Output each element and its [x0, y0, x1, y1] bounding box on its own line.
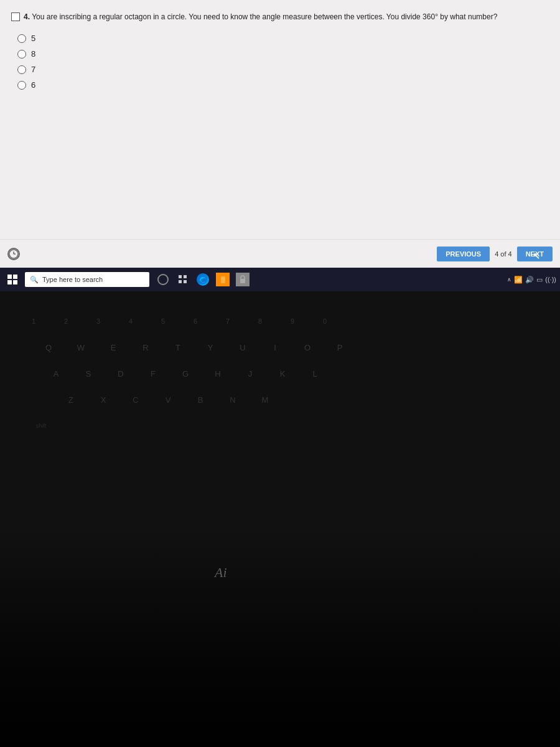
key-2: 2 [51, 310, 81, 332]
option-item-3[interactable]: 7 [17, 65, 549, 74]
svg-rect-5 [221, 276, 225, 283]
key-b: B [185, 388, 215, 411]
edge-button[interactable] [195, 272, 210, 287]
wifi-icon[interactable]: ((·)) [545, 276, 556, 283]
footer-right: PREVIOUS 4 of 4 NEXT ↖ [437, 247, 553, 261]
radio-8[interactable] [17, 50, 26, 59]
option-item-1[interactable]: 5 [17, 34, 549, 43]
start-button[interactable] [4, 271, 21, 288]
key-3: 3 [83, 310, 113, 332]
taskbar-icons [156, 272, 250, 287]
zxcv-row: Z X C V B N M [56, 388, 541, 411]
task-view-icon [179, 275, 187, 284]
radio-5[interactable] [17, 34, 26, 43]
key-7: 7 [213, 310, 243, 332]
key-f: F [138, 362, 168, 385]
option-label-6: 6 [31, 80, 35, 90]
key-5: 5 [148, 310, 178, 332]
taskbar: 🔍 Type here to search [0, 268, 560, 291]
radio-6[interactable] [17, 81, 26, 90]
keyboard-area: Ai 1 2 3 4 5 6 7 8 9 0 Q W E R T Y U I O… [0, 291, 560, 747]
search-icon: 🔍 [30, 276, 39, 284]
key-o: O [292, 336, 322, 359]
option-label-7: 7 [31, 65, 35, 74]
taskbar-right: ∧ 📶 🔊 ▭ ((·)) [507, 276, 556, 284]
option-item-2[interactable]: 8 [17, 49, 549, 59]
key-k: K [268, 362, 297, 385]
key-l: L [300, 362, 330, 385]
svg-rect-6 [240, 279, 245, 283]
cortana-button[interactable] [156, 272, 170, 287]
key-0: 0 [310, 310, 340, 332]
keyboard-layout: 1 2 3 4 5 6 7 8 9 0 Q W E R T Y U I O P … [19, 310, 541, 439]
key-shift-left: shift [19, 415, 63, 437]
number-row: 1 2 3 4 5 6 7 8 9 0 [19, 310, 541, 332]
quiz-area: 4. You are inscribing a regular octagon … [0, 0, 560, 268]
key-n: N [218, 388, 248, 411]
key-9: 9 [278, 310, 307, 332]
display-icon[interactable]: ▭ [536, 276, 543, 284]
edge-icon [197, 273, 209, 286]
key-1: 1 [19, 310, 49, 332]
tray-expand[interactable]: ∧ [507, 276, 511, 283]
key-m: M [250, 388, 280, 411]
key-a: A [41, 362, 71, 385]
question-checkbox [11, 12, 20, 21]
task-view-button[interactable] [175, 272, 190, 287]
key-w: W [66, 336, 96, 359]
key-4: 4 [116, 310, 146, 332]
key-q: Q [34, 336, 63, 359]
previous-button[interactable]: PREVIOUS [437, 247, 490, 261]
key-h: H [203, 362, 233, 385]
files-button[interactable] [215, 272, 230, 287]
volume-icon[interactable]: 🔊 [525, 276, 534, 284]
bottom-row: shift [19, 415, 541, 437]
key-r: R [131, 336, 161, 359]
option-label-8: 8 [31, 49, 35, 59]
option-item-4[interactable]: 6 [17, 80, 549, 90]
key-8: 8 [245, 310, 275, 332]
files-icon [216, 273, 230, 286]
key-d: D [106, 362, 136, 385]
key-p: P [325, 336, 355, 359]
option-label-5: 5 [31, 34, 35, 43]
lock-button[interactable] [235, 272, 250, 287]
key-i: I [260, 336, 290, 359]
key-x: X [88, 388, 118, 411]
windows-icon [7, 275, 17, 284]
question-header: 4. You are inscribing a regular octagon … [11, 11, 549, 22]
options-list: 5 8 7 6 [11, 34, 549, 90]
footer-left [7, 248, 20, 260]
system-tray: ∧ 📶 🔊 ▭ ((·)) [507, 276, 556, 284]
key-z: Z [56, 388, 86, 411]
key-s: S [73, 362, 103, 385]
page-indicator: 4 of 4 [495, 250, 512, 258]
next-button[interactable]: NEXT ↖ [517, 247, 553, 261]
key-u: U [228, 336, 258, 359]
key-e: E [98, 336, 128, 359]
quiz-footer: PREVIOUS 4 of 4 NEXT ↖ [0, 239, 560, 268]
question-text: 4. You are inscribing a regular octagon … [24, 11, 497, 22]
cortana-icon [157, 274, 169, 285]
network-icon[interactable]: 📶 [514, 276, 523, 284]
key-j: J [235, 362, 265, 385]
timer-icon [7, 248, 20, 260]
key-6: 6 [180, 310, 210, 332]
key-c: C [121, 388, 151, 411]
question-container: 4. You are inscribing a regular octagon … [0, 0, 560, 96]
taskbar-search[interactable]: 🔍 Type here to search [25, 272, 149, 287]
key-v: V [153, 388, 183, 411]
search-text: Type here to search [42, 276, 103, 283]
key-t: T [163, 336, 193, 359]
lock-icon [236, 273, 250, 286]
bottom-gradient [0, 529, 560, 747]
radio-7[interactable] [17, 65, 26, 74]
qwerty-row: Q W E R T Y U I O P [34, 336, 541, 359]
key-g: G [170, 362, 200, 385]
ai-label: Ai [215, 565, 227, 581]
asdf-row: A S D F G H J K L [41, 362, 541, 385]
key-y: Y [195, 336, 225, 359]
